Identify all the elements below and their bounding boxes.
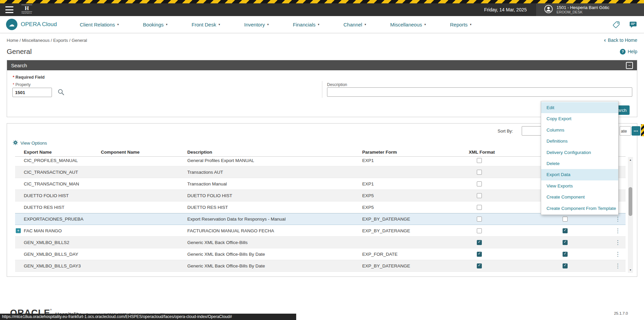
- topbar: H HESPERIA Friday, 14 Mar, 2025 1501 - H…: [0, 3, 644, 16]
- row-actions-icon[interactable]: ⋮: [615, 216, 621, 222]
- xml-format-checkbox[interactable]: [477, 158, 482, 163]
- scheduled-checkbox[interactable]: [563, 240, 568, 245]
- main-nav: ☁ OPERA Cloud Client Relations▾ Bookings…: [0, 16, 644, 33]
- menu-item-create-component[interactable]: Create Component: [541, 191, 618, 203]
- scroll-down-arrow[interactable]: ▼: [628, 267, 633, 273]
- xml-format-checkbox[interactable]: [477, 252, 482, 257]
- nav-item-inventory[interactable]: Inventory▾: [244, 22, 269, 27]
- nav-menu: Client Relations▾ Bookings▾ Front Desk▾ …: [80, 16, 471, 33]
- menu-item-edit[interactable]: Edit: [541, 102, 618, 113]
- field-divider: [322, 81, 322, 98]
- collapse-panel-icon[interactable]: −: [626, 62, 633, 69]
- breadcrumb[interactable]: Home / Miscellaneous / Exports / General: [7, 38, 87, 43]
- row-actions-icon[interactable]: ⋮: [615, 239, 621, 246]
- nav-item-bookings[interactable]: Bookings▾: [143, 22, 168, 27]
- export-name-cell: GEN_XMLBO_BILLS_DAY3: [15, 263, 101, 268]
- hesperia-logo-letter: H: [21, 5, 32, 12]
- parameter-form-cell: EXP_FOR_DATE: [362, 252, 469, 257]
- property-field-label: * Property: [13, 82, 30, 87]
- menu-item-copy-export[interactable]: Copy Export: [541, 113, 618, 124]
- table-row[interactable]: GEN_XMLBO_BILLS2 Generic XML Back Office…: [15, 237, 626, 248]
- xml-format-checkbox[interactable]: [477, 263, 482, 268]
- column-header-parameter-form[interactable]: Parameter Form: [362, 150, 469, 155]
- xml-format-checkbox[interactable]: [477, 228, 482, 233]
- expand-row-icon[interactable]: +: [16, 228, 21, 233]
- row-actions-icon[interactable]: ⋮: [615, 228, 621, 234]
- table-row[interactable]: GEN_XMLBO_BILLS_DAY3 Generic XML Back Of…: [15, 260, 626, 272]
- nav-item-miscellaneous[interactable]: Miscellaneous▾: [390, 22, 426, 27]
- chevron-down-icon: ▾: [470, 23, 472, 26]
- export-name: DUETTO FOLIO HIST: [24, 193, 69, 198]
- property-selector[interactable]: 1501 - Hesperia Barri Gòtic EROOM_DESK: [536, 3, 644, 16]
- xml-format-cell: [469, 228, 538, 233]
- description-input[interactable]: [327, 87, 632, 97]
- xml-format-cell: [469, 217, 538, 222]
- scroll-up-arrow[interactable]: ▲: [628, 157, 633, 163]
- scheduled-cell: [538, 228, 605, 233]
- column-header-xml-format[interactable]: XML Format: [469, 150, 538, 155]
- help-link[interactable]: ? Help: [620, 49, 637, 55]
- menu-item-create-component-from-template[interactable]: Create Component From Template: [541, 203, 618, 214]
- column-header-component-name[interactable]: Component Name: [101, 150, 187, 155]
- opera-cloud-brand[interactable]: ☁ OPERA Cloud: [6, 19, 57, 30]
- table-row[interactable]: GEN_XMLBO_BILLS_DAY Generic XML Back Off…: [15, 248, 626, 260]
- view-options-link[interactable]: View Options: [13, 140, 47, 146]
- xml-format-checkbox[interactable]: [477, 217, 482, 222]
- table-row[interactable]: EXPORTACIONES_PRUEBA Export Reservation …: [15, 213, 626, 225]
- search-panel-header[interactable]: Search −: [7, 60, 637, 70]
- menu-item-delete[interactable]: Delete: [541, 158, 618, 169]
- xml-format-checkbox[interactable]: [477, 181, 482, 186]
- column-header-description[interactable]: Description: [187, 150, 362, 155]
- export-name: DUETTO RES HIST: [24, 205, 64, 210]
- scrollbar-thumb[interactable]: [629, 187, 632, 216]
- message-icon[interactable]: [629, 20, 637, 29]
- xml-format-cell: [469, 158, 538, 163]
- scheduled-checkbox[interactable]: [563, 263, 568, 268]
- xml-format-checkbox[interactable]: [477, 240, 482, 245]
- xml-format-checkbox[interactable]: [477, 193, 482, 198]
- table-row[interactable]: DUETTO FOLIO HIST DUETTO FOLIO HIST EXP5…: [15, 190, 626, 202]
- menu-item-definitions[interactable]: Definitions: [541, 136, 618, 147]
- row-actions-icon[interactable]: ⋮: [615, 251, 621, 257]
- chevron-down-icon: ▾: [267, 23, 269, 26]
- required-field-note: * Required Field: [13, 75, 45, 80]
- property-input[interactable]: [12, 88, 52, 97]
- table-row[interactable]: CIC_TRANSACTION_MAN Transaction Manual E…: [15, 178, 626, 190]
- row-actions-icon[interactable]: ⋮: [615, 263, 621, 269]
- hamburger-menu-icon[interactable]: [5, 6, 13, 13]
- scheduled-checkbox[interactable]: [563, 217, 568, 222]
- table-scrollbar[interactable]: ▲ ▼: [628, 157, 633, 273]
- nav-item-reports[interactable]: Reports▾: [450, 22, 471, 27]
- column-header-export-name[interactable]: Export Name: [15, 150, 101, 155]
- nav-item-client-relations[interactable]: Client Relations▾: [80, 22, 119, 27]
- actions-cell: ⋮: [605, 216, 626, 222]
- back-to-home-link[interactable]: ‹ Back to Home: [604, 37, 637, 43]
- export-name-cell: + FAC MAN RANGO: [15, 228, 101, 233]
- menu-item-delivery-configuration[interactable]: Delivery Configuration: [541, 147, 618, 158]
- scheduled-checkbox[interactable]: [563, 252, 568, 257]
- menu-item-view-exports[interactable]: View Exports: [541, 180, 618, 191]
- table-row[interactable]: + FAC MAN RANGO FACTURACION MANUAL RANGO…: [15, 225, 626, 237]
- export-name-cell: CIC_TRANSACTION_AUT: [15, 170, 101, 175]
- nav-item-front-desk[interactable]: Front Desk▾: [192, 22, 220, 27]
- row-context-menu: EditCopy ExportColumnsDefinitionsDeliver…: [541, 101, 619, 215]
- partially-hidden-button[interactable]: ate: [620, 126, 631, 136]
- scheduled-cell: [538, 240, 605, 245]
- search-magnifier-icon[interactable]: [57, 88, 65, 96]
- more-actions-button[interactable]: •••: [632, 126, 640, 136]
- description-cell: Transactions AUT: [187, 170, 362, 175]
- actions-cell: ⋮: [605, 251, 626, 257]
- xml-format-cell: [469, 263, 538, 268]
- table-row[interactable]: CIC_PROFILES_MANUAL General Profiles Exp…: [15, 157, 626, 166]
- table-row[interactable]: CIC_TRANSACTION_AUT Transactions AUT ⋮: [15, 166, 626, 178]
- tag-icon[interactable]: [613, 21, 620, 28]
- nav-item-financials[interactable]: Financials▾: [293, 22, 319, 27]
- nav-item-channel[interactable]: Channel▾: [343, 22, 366, 27]
- table-row[interactable]: DUETTO RES HIST DUETTO RES HIST EXP5 ⋮: [15, 202, 626, 213]
- menu-item-export-data[interactable]: Export Data: [541, 169, 618, 180]
- xml-format-checkbox[interactable]: [477, 205, 482, 210]
- menu-item-columns[interactable]: Columns: [541, 125, 618, 136]
- xml-format-checkbox[interactable]: [477, 170, 482, 175]
- export-name: FAC MAN RANGO: [24, 228, 62, 233]
- scheduled-checkbox[interactable]: [563, 228, 568, 233]
